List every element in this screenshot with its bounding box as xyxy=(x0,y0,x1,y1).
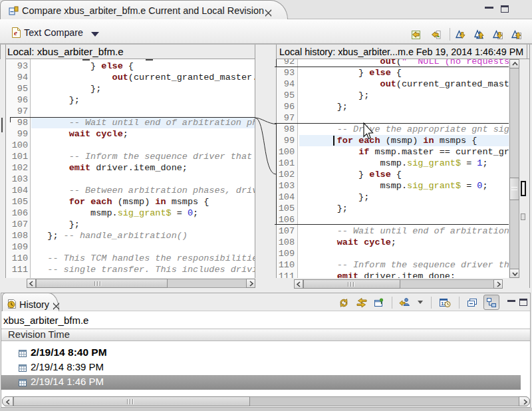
svg-text:e: e xyxy=(14,29,17,37)
